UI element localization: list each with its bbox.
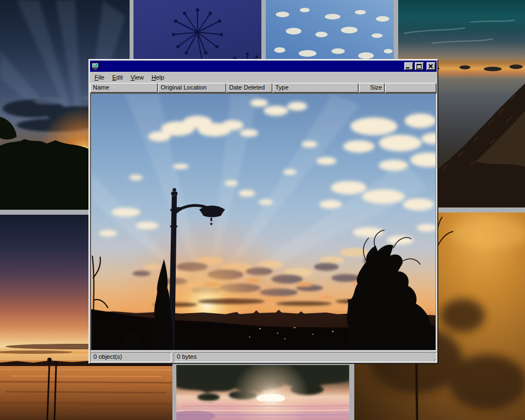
wallpaper-tile-water-reflections <box>176 365 349 420</box>
status-bar: 0 object(s) 0 bytes <box>90 352 437 362</box>
list-view-area[interactable] <box>90 93 437 351</box>
column-header-blank[interactable] <box>385 83 437 93</box>
close-button[interactable] <box>427 62 435 70</box>
desktop-photo-collage: File Edit View Help Name Original Locati… <box>0 0 525 420</box>
recycle-bin-window: File Edit View Help Name Original Locati… <box>88 59 438 364</box>
sunset-lamppost-photo <box>91 94 435 350</box>
minimize-button[interactable] <box>404 62 413 70</box>
list-column-headers: Name Original Location Date Deleted Type… <box>90 83 437 93</box>
menu-item-view[interactable]: View <box>127 73 148 82</box>
computer-icon <box>91 62 99 70</box>
menu-item-help[interactable]: Help <box>147 73 168 82</box>
maximize-button[interactable] <box>415 62 424 70</box>
column-header-date-deleted[interactable]: Date Deleted <box>226 83 273 93</box>
column-header-original-location[interactable]: Original Location <box>158 83 226 93</box>
menu-bar: File Edit View Help <box>90 72 437 83</box>
column-header-size[interactable]: Size <box>359 83 385 93</box>
minimize-icon <box>406 67 409 68</box>
status-object-count: 0 object(s) <box>90 352 171 362</box>
column-header-name[interactable]: Name <box>90 83 158 93</box>
column-header-type[interactable]: Type <box>273 83 359 93</box>
title-bar[interactable] <box>90 61 437 72</box>
window-background-photo <box>91 94 435 350</box>
status-byte-count: 0 bytes <box>174 352 437 362</box>
menu-item-file[interactable]: File <box>91 73 108 82</box>
maximize-icon <box>417 64 422 69</box>
menu-item-edit[interactable]: Edit <box>108 73 127 82</box>
